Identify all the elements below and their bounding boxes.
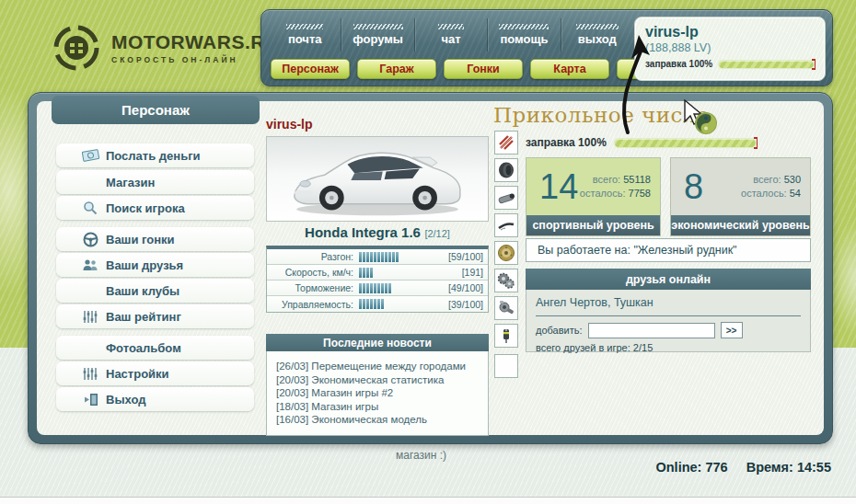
panel-content: Послать деньги Магазин Поиск игрока Ваши…: [37, 101, 824, 435]
button-map[interactable]: Карта: [530, 59, 609, 79]
online-count: Online: 776: [655, 460, 727, 475]
sidebar-item-send-money[interactable]: Послать деньги: [56, 143, 254, 167]
friends-total: всего друзей в игре: 2/15: [536, 342, 801, 353]
sidebar-item-your-clubs[interactable]: Ваши клубы: [56, 279, 254, 303]
logo[interactable]: MOTORWARS.RU СКОРОСТЬ ОН-ЛАЙН: [52, 24, 280, 72]
sidebar-item-your-friends[interactable]: Ваши друзья: [56, 253, 254, 277]
news-item: [20/03] Магазин игры #2: [276, 386, 484, 400]
stat-bar: [374, 283, 376, 293]
fuel-label-main: заправка 100%: [526, 136, 607, 149]
economic-level-card: 8 всего: 530 осталось: 54 экономический …: [670, 157, 811, 236]
car-name: Honda Integra 1.6: [305, 224, 421, 240]
nav-link-help[interactable]: помощь: [487, 18, 560, 52]
bottom-strip: [0, 497, 856, 504]
tab-character[interactable]: Персонаж: [52, 96, 260, 124]
part-slot-shock-absorber[interactable]: [494, 324, 518, 348]
main-panel: Персонаж Послать деньги Магазин Поиск иг…: [28, 92, 833, 444]
suspension-spring-icon: [497, 133, 515, 152]
stat-row-handling: Управляемость: [39/100]: [267, 296, 488, 312]
add-friend-button[interactable]: >>: [721, 322, 743, 338]
sidebar-item-photo-album[interactable]: Фотоальбом: [56, 336, 254, 360]
player-name: virus-lp: [645, 24, 815, 40]
stat-bar: [374, 299, 376, 309]
friends-panel: друзья онлайн Ангел Чертов, Тушкан добав…: [526, 269, 811, 352]
stat-bar: [377, 283, 380, 293]
logo-subtitle: СКОРОСТЬ ОН-ЛАЙН: [111, 55, 280, 64]
part-slot-clutch-disc[interactable]: [494, 241, 518, 265]
annotation-text: Прикольное число: [493, 103, 710, 127]
news-item: [18/03] Магазин игры: [276, 400, 484, 414]
stat-bar: [366, 283, 369, 293]
stat-bar: [359, 268, 362, 278]
part-slot-gears[interactable]: [494, 269, 518, 292]
player-balance: (188,888 LV): [645, 41, 815, 54]
hand-drawn-arrow: [606, 24, 661, 138]
stat-bar: [388, 283, 391, 293]
nav-link-mail[interactable]: почта: [269, 18, 341, 52]
button-garage[interactable]: Гараж: [357, 59, 436, 79]
server-time: Время: 14:55: [746, 460, 831, 475]
sport-total: 55118: [623, 174, 651, 185]
economic-total: 530: [784, 174, 801, 185]
economic-level-value: 8: [671, 169, 703, 204]
stat-bar: [370, 283, 373, 293]
work-status: Вы работаете на: "Железный рудник": [526, 238, 811, 262]
stat-bar: [359, 283, 362, 293]
sidebar-item-player-search[interactable]: Поиск игрока: [56, 196, 254, 220]
stat-bar: [370, 299, 373, 309]
sidebar-item-your-races[interactable]: Ваши гонки: [56, 227, 254, 251]
stat-bar: [363, 299, 365, 309]
economic-left: 54: [790, 188, 801, 199]
sidebar-item-settings[interactable]: Настройки: [56, 361, 254, 385]
stat-bar: [388, 252, 391, 262]
stat-bar: [359, 252, 362, 262]
nav-link-chat[interactable]: чат: [414, 18, 487, 52]
settings-sliders-icon: [81, 365, 99, 382]
stat-bar: [381, 299, 384, 309]
economic-level-label: экономический уровень: [671, 215, 810, 235]
stat-bar: [385, 252, 388, 262]
part-slot-wheel-hub[interactable]: [494, 296, 518, 320]
wiper-blade-icon: [497, 216, 515, 235]
stat-bar-gauge: [359, 252, 438, 262]
stat-bar-gauge: [359, 283, 438, 293]
part-slot-tire[interactable]: [494, 158, 518, 182]
exit-door-icon: [81, 391, 99, 407]
part-slot-exhaust-pipe[interactable]: [494, 186, 518, 210]
tire-icon: [497, 161, 515, 179]
stat-bar: [392, 252, 395, 262]
stat-bar: [370, 268, 373, 278]
sidebar-item-shop[interactable]: Магазин: [56, 170, 254, 194]
car-image: [266, 136, 489, 222]
part-slot-suspension-spring[interactable]: [494, 131, 518, 155]
news-item: [16/03] Экономическая модель: [276, 413, 484, 427]
stat-bar-gauge: [359, 268, 438, 278]
sidebar-item-your-rating[interactable]: Ваш рейтинг: [56, 304, 254, 328]
car-stats-table: Разгон: [59/100] Скорость, км/ч: [191] Т…: [266, 246, 489, 313]
sport-level-label: спортивный уровень: [526, 215, 660, 235]
add-friend-input[interactable]: [588, 323, 715, 338]
sport-level-card: 14 всего: 55118 осталось: 7758 спортивны…: [526, 157, 661, 236]
motorwars-page: MOTORWARS.RU СКОРОСТЬ ОН-ЛАЙН почта фору…: [0, 0, 856, 504]
fuel-progressbar: [718, 60, 815, 69]
friends-icon: [81, 257, 99, 273]
stat-bar: [363, 252, 365, 262]
sliders-icon: [81, 308, 99, 325]
search-icon: [81, 200, 99, 216]
part-slot-wiper-blade[interactable]: [494, 213, 518, 237]
hatch-decor: [499, 24, 549, 29]
button-races[interactable]: Гонки: [444, 59, 523, 79]
nav-link-forums[interactable]: форумы: [341, 18, 413, 52]
button-character[interactable]: Персонаж: [271, 59, 350, 79]
divider: [536, 315, 801, 316]
part-slot-empty[interactable]: [494, 354, 518, 378]
steering-wheel-icon: [81, 231, 99, 247]
footer-note: магазин :): [396, 449, 446, 462]
stat-row-acceleration: Разгон: [59/100]: [267, 249, 488, 265]
news-panel: Последние новости [26/03] Перемещение ме…: [266, 334, 489, 436]
exhaust-pipe-icon: [497, 189, 515, 207]
character-name: virus-lp: [266, 117, 313, 132]
stat-row-speed: Скорость, км/ч: [191]: [267, 265, 488, 281]
add-friend-label: добавить:: [536, 325, 583, 336]
sidebar-item-exit[interactable]: Выход: [56, 387, 254, 411]
